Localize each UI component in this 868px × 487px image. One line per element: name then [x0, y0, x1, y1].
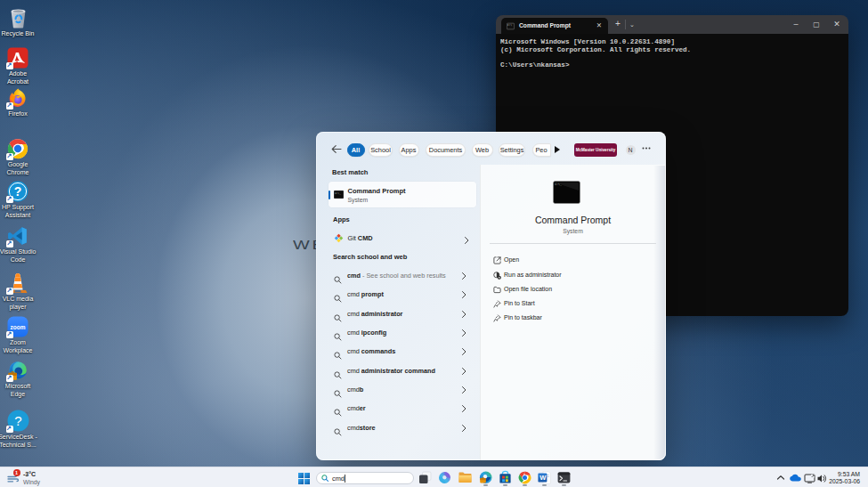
svg-text:C:\_: C:\_	[555, 183, 562, 186]
svg-text:zoom: zoom	[11, 324, 26, 330]
svg-text:?: ?	[14, 184, 22, 199]
svg-text:C:\: C:\	[507, 23, 512, 27]
svg-text:C:\_: C:\_	[335, 191, 341, 195]
svg-text:W: W	[539, 474, 547, 482]
svg-text:?: ?	[14, 413, 21, 428]
